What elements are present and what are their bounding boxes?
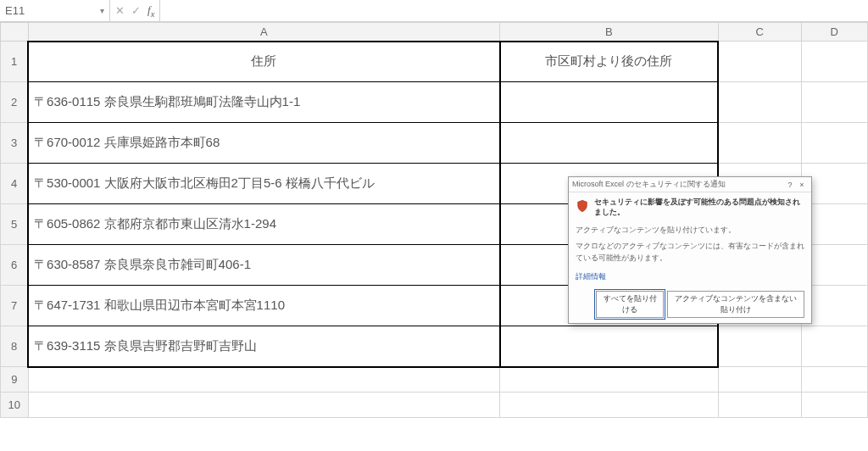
- dialog-text-1: アクティブなコンテンツを貼り付けています。: [576, 224, 804, 236]
- row-header[interactable]: 7: [1, 286, 29, 326]
- cell-A10[interactable]: [28, 393, 499, 418]
- cell-C8[interactable]: [718, 326, 801, 367]
- row-header[interactable]: 10: [1, 393, 29, 418]
- paste-without-active-content-button[interactable]: アクティブなコンテンツを含まない貼り付け: [667, 291, 804, 318]
- cell-D1[interactable]: [801, 42, 867, 82]
- details-link[interactable]: 詳細情報: [576, 271, 606, 282]
- cell-C9[interactable]: [718, 367, 801, 393]
- col-header-C[interactable]: C: [718, 23, 801, 42]
- col-header-A[interactable]: A: [28, 23, 499, 42]
- col-header-D[interactable]: D: [801, 23, 867, 42]
- dialog-heading: セキュリティに影響を及ぼす可能性のある問題点が検知されました。: [594, 198, 804, 217]
- row-header[interactable]: 3: [1, 123, 29, 164]
- cell-A1[interactable]: 住所: [28, 42, 499, 82]
- cell-C3[interactable]: [718, 123, 801, 164]
- col-header-B[interactable]: B: [500, 23, 719, 42]
- row-header[interactable]: 5: [1, 204, 29, 245]
- cell-B2[interactable]: [500, 82, 719, 123]
- help-icon[interactable]: ?: [784, 181, 796, 189]
- cell-C2[interactable]: [718, 82, 801, 123]
- row-header[interactable]: 2: [1, 82, 29, 123]
- cell-B9[interactable]: [500, 367, 719, 393]
- chevron-down-icon[interactable]: ▾: [100, 6, 104, 15]
- dialog-text-2: マクロなどのアクティブなコンテンツには、有害なコードが含まれている可能性がありま…: [576, 240, 804, 264]
- row-header[interactable]: 9: [1, 367, 29, 393]
- fx-icon[interactable]: fx: [147, 3, 154, 19]
- cell-A7[interactable]: 〒647-1731 和歌山県田辺市本宮町本宮1110: [28, 286, 499, 326]
- shield-icon: [576, 198, 589, 214]
- cell-A5[interactable]: 〒605-0862 京都府京都市東山区清水1-294: [28, 204, 499, 245]
- formula-input[interactable]: [160, 0, 868, 21]
- cell-A4[interactable]: 〒530-0001 大阪府大阪市北区梅田2丁目5-6 桜橋八千代ビル: [28, 164, 499, 204]
- security-notice-dialog: Microsoft Excel のセキュリティに関する通知 ? × セキュリティ…: [568, 176, 812, 324]
- paste-all-button[interactable]: すべてを貼り付ける: [596, 291, 664, 318]
- cell-D9[interactable]: [801, 367, 867, 393]
- row-header[interactable]: 4: [1, 164, 29, 204]
- cell-B10[interactable]: [500, 393, 719, 418]
- row-header[interactable]: 8: [1, 326, 29, 367]
- cell-D2[interactable]: [801, 82, 867, 123]
- cell-D8[interactable]: [801, 326, 867, 367]
- select-all-corner[interactable]: [1, 23, 29, 42]
- cell-D10[interactable]: [801, 393, 867, 418]
- close-icon[interactable]: ×: [796, 181, 808, 189]
- cell-A6[interactable]: 〒630-8587 奈良県奈良市雑司町406-1: [28, 245, 499, 286]
- dialog-titlebar[interactable]: Microsoft Excel のセキュリティに関する通知 ? ×: [569, 177, 811, 192]
- cell-A2[interactable]: 〒636-0115 奈良県生駒郡班鳩町法隆寺山内1-1: [28, 82, 499, 123]
- row-header[interactable]: 1: [1, 42, 29, 82]
- name-box[interactable]: E11 ▾: [0, 0, 110, 21]
- cell-B8[interactable]: [500, 326, 719, 367]
- formula-bar: E11 ▾ ✕ ✓ fx: [0, 0, 868, 22]
- cell-A8[interactable]: 〒639-3115 奈良県吉野郡吉野町吉野山: [28, 326, 499, 367]
- cell-C1[interactable]: [718, 42, 801, 82]
- name-box-value: E11: [5, 4, 25, 17]
- accept-formula-icon[interactable]: ✓: [131, 4, 141, 17]
- dialog-title: Microsoft Excel のセキュリティに関する通知: [572, 179, 784, 190]
- fx-button-group: ✕ ✓ fx: [110, 0, 160, 21]
- cell-B3[interactable]: [500, 123, 719, 164]
- cell-C10[interactable]: [718, 393, 801, 418]
- cancel-formula-icon[interactable]: ✕: [115, 4, 125, 17]
- cell-A3[interactable]: 〒670-0012 兵庫県姫路市本町68: [28, 123, 499, 164]
- row-header[interactable]: 6: [1, 245, 29, 286]
- cell-B1[interactable]: 市区町村より後の住所: [500, 42, 719, 82]
- cell-A9[interactable]: [28, 367, 499, 393]
- cell-D3[interactable]: [801, 123, 867, 164]
